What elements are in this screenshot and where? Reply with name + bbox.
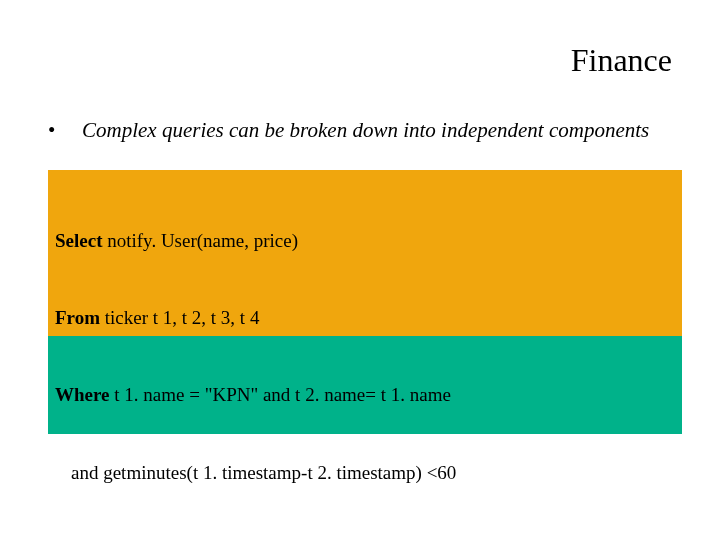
bullet-text: Complex queries can be broken down into … xyxy=(82,118,649,143)
txt-l2: ticker t 1, t 2, t 3, t 4 xyxy=(100,307,259,328)
kw-select: Select xyxy=(55,230,102,251)
txt-l1: notify. User(name, price) xyxy=(102,230,298,251)
page-title: Finance xyxy=(571,42,672,79)
kw-from: From xyxy=(55,307,100,328)
sql-code: Select notify. User(name, price) From ti… xyxy=(55,176,595,540)
kw-where: Where xyxy=(55,384,110,405)
bullet-item: • Complex queries can be broken down int… xyxy=(48,118,680,143)
txt-l4: and getminutes(t 1. timestamp-t 2. times… xyxy=(55,460,595,486)
txt-l3: t 1. name = "KPN" and t 2. name= t 1. na… xyxy=(110,384,451,405)
slide: Finance • Complex queries can be broken … xyxy=(0,0,720,540)
bullet-dot: • xyxy=(48,118,82,143)
